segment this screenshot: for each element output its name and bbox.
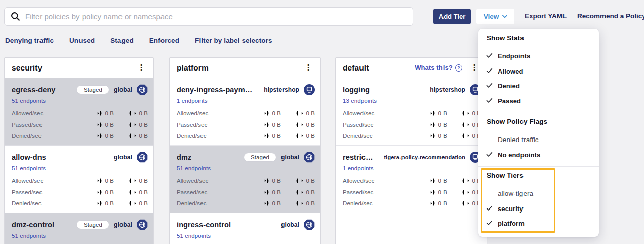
endpoints-link[interactable]: 51 endpoints xyxy=(177,233,211,239)
stat-value: 0 B xyxy=(272,178,281,184)
ingress-icon xyxy=(261,122,270,128)
policy-scope: global xyxy=(114,221,132,228)
menu-section-show-stats: Show Stats Endpoints Allowed Denied Pass… xyxy=(478,34,599,108)
ingress-icon xyxy=(427,133,436,139)
add-tier-button[interactable]: Add Tier xyxy=(433,9,471,24)
menu-item-allowed[interactable]: Allowed xyxy=(478,63,599,79)
stat-row-passed: Passed/sec 0 B 0 B xyxy=(12,187,148,198)
quick-filters: Denying traffic Unused Staged Enforced F… xyxy=(5,37,272,44)
stat-value: 0 B xyxy=(306,122,315,128)
endpoints-link[interactable]: 51 endpoints xyxy=(12,98,46,104)
policy-card-dmz[interactable]: dmz Staged global 51 endpoints Allowed/s… xyxy=(170,146,320,213)
policy-name: dmz xyxy=(177,153,191,161)
ingress-icon xyxy=(261,110,270,116)
menu-item-platform[interactable]: platform xyxy=(478,216,599,231)
policy-stats: Allowed/sec 0 B 0 B Passed/sec 0 B 0 B D… xyxy=(343,175,481,210)
filter-enforced[interactable]: Enforced xyxy=(149,37,179,44)
global-policy-icon xyxy=(137,152,148,163)
stat-row-allowed: Allowed/sec 0 B 0 B xyxy=(177,175,315,187)
tier-column-security: security ⋮ egress-deny Staged global 51 … xyxy=(4,57,154,244)
menu-item-security[interactable]: security xyxy=(478,201,599,216)
endpoints-link[interactable]: 1 endpoints xyxy=(177,98,208,104)
ingress-stat: 0 B xyxy=(252,189,281,195)
endpoints-link[interactable]: 13 endpoints xyxy=(343,98,377,104)
egress-stat: 0 B xyxy=(119,133,148,139)
policy-card-logging[interactable]: logging hipstershop 13 endpoints Allowed… xyxy=(336,78,487,146)
view-dropdown-button[interactable]: View xyxy=(476,9,514,24)
policy-name: egress-deny xyxy=(12,86,56,94)
policy-card-ingress-control[interactable]: ingress-control global 51 endpoints xyxy=(170,213,320,244)
egress-icon xyxy=(128,178,137,184)
endpoints-link[interactable]: 51 endpoints xyxy=(12,233,46,239)
stat-value: 0 B xyxy=(438,189,447,195)
filter-staged[interactable]: Staged xyxy=(110,37,134,44)
stat-value: 0 B xyxy=(105,178,114,184)
stat-label: Passed/sec xyxy=(177,122,252,128)
stat-row-allowed: Allowed/sec 0 B 0 B xyxy=(343,175,481,187)
menu-item-label: Allowed xyxy=(498,67,524,75)
recommend-policy-button[interactable]: Recommend a Policy xyxy=(577,12,644,20)
egress-icon xyxy=(295,200,304,206)
menu-item-denied-traffic[interactable]: Denied traffic xyxy=(478,132,599,147)
policy-card-restricted[interactable]: restricted tigera-policy-recommendation … xyxy=(336,146,487,213)
menu-item-label: Endpoints xyxy=(498,52,530,60)
egress-stat: 0 B xyxy=(119,200,148,206)
policy-stats: Allowed/sec 0 B 0 B Passed/sec 0 B 0 B D… xyxy=(12,108,148,142)
endpoints-link[interactable]: 51 endpoints xyxy=(177,165,211,171)
policy-namespace: hipstershop xyxy=(430,86,465,93)
filter-denying-traffic[interactable]: Denying traffic xyxy=(5,37,54,44)
policy-card-deny-ingress-paymentservice[interactable]: deny-ingress-paymentservi… hipstershop 1… xyxy=(170,78,320,146)
endpoints-link[interactable]: 1 endpoints xyxy=(343,165,374,171)
policy-scope: global xyxy=(114,86,132,93)
stat-row-denied: Denied/sec 0 B 0 B xyxy=(12,130,148,142)
ingress-stat: 0 B xyxy=(418,200,447,206)
whats-this-link[interactable]: Whats this? ? xyxy=(415,64,462,72)
policy-board-page: Add Tier View Export YAML Recommend a Po… xyxy=(0,0,644,244)
stat-value: 0 B xyxy=(272,200,281,206)
stat-label: Passed/sec xyxy=(12,189,85,195)
ingress-stat: 0 B xyxy=(85,110,114,116)
egress-stat: 0 B xyxy=(286,178,315,184)
stat-value: 0 B xyxy=(105,189,114,195)
menu-item-denied[interactable]: Denied xyxy=(478,78,599,93)
stat-label: Denied/sec xyxy=(12,133,85,139)
kebab-menu-icon[interactable]: ⋮ xyxy=(135,63,147,73)
ingress-icon xyxy=(94,110,103,116)
filter-unused[interactable]: Unused xyxy=(69,37,95,44)
menu-section-title: Show Stats xyxy=(478,34,599,48)
ingress-stat: 0 B xyxy=(85,122,114,128)
menu-item-allow-tigera[interactable]: allow-tigera xyxy=(478,186,599,201)
kebab-menu-icon[interactable]: ⋮ xyxy=(302,63,314,73)
menu-item-label: allow-tigera xyxy=(498,190,533,197)
check-icon xyxy=(486,98,493,103)
stat-row-passed: Passed/sec 0 B 0 B xyxy=(12,119,148,131)
stat-row-denied: Denied/sec 0 B 0 B xyxy=(177,130,315,142)
ingress-stat: 0 B xyxy=(85,133,114,139)
stat-row-allowed: Allowed/sec 0 B 0 B xyxy=(12,108,148,119)
egress-icon xyxy=(461,200,470,206)
menu-item-endpoints[interactable]: Endpoints xyxy=(478,48,599,63)
tier-title: default xyxy=(343,63,409,73)
egress-stat: 0 B xyxy=(452,189,481,195)
policy-card-allow-dns[interactable]: allow-dns global 51 endpoints Allowed/se… xyxy=(5,146,153,213)
egress-icon xyxy=(128,133,137,139)
export-yaml-button[interactable]: Export YAML xyxy=(525,12,567,20)
egress-icon xyxy=(295,178,304,184)
filter-label-selectors[interactable]: Filter by label selectors xyxy=(195,37,272,44)
policy-card-dmz-control[interactable]: dmz-control Staged global 51 endpoints xyxy=(5,213,153,244)
search-input[interactable] xyxy=(25,12,407,21)
endpoints-link[interactable]: 51 endpoints xyxy=(12,165,46,171)
tier-header-security: security ⋮ xyxy=(5,58,153,78)
menu-item-passed[interactable]: Passed xyxy=(478,93,599,109)
ingress-stat: 0 B xyxy=(252,200,281,206)
chevron-down-icon xyxy=(502,15,507,18)
stat-value: 0 B xyxy=(306,110,315,116)
check-icon xyxy=(486,152,493,157)
menu-item-no-endpoints[interactable]: No endpoints xyxy=(478,147,599,162)
menu-item-label: security xyxy=(498,205,524,213)
policy-stats: Allowed/sec 0 B 0 B Passed/sec 0 B 0 B D… xyxy=(177,175,315,210)
egress-icon xyxy=(128,122,137,128)
egress-stat: 0 B xyxy=(452,110,481,116)
egress-stat: 0 B xyxy=(119,189,148,195)
policy-card-egress-deny[interactable]: egress-deny Staged global 51 endpoints A… xyxy=(5,78,153,146)
